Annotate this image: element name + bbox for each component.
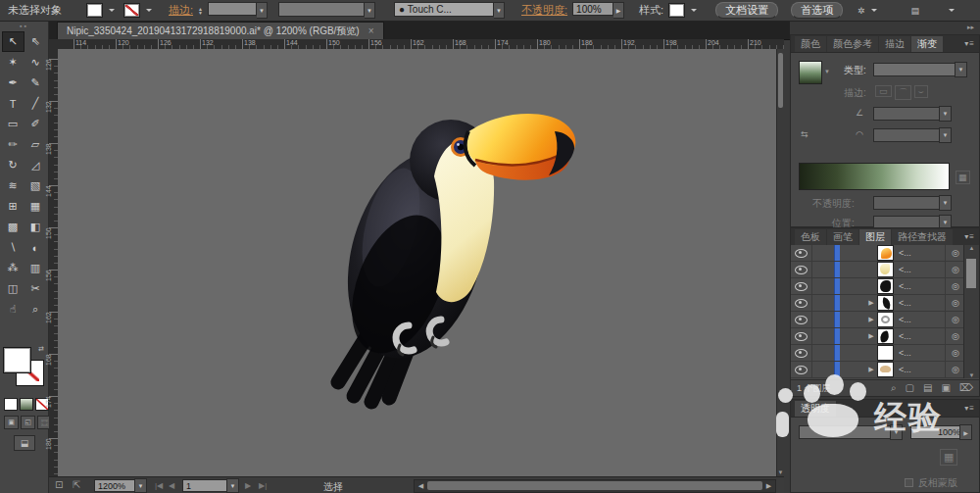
blend-mode-select[interactable] bbox=[799, 425, 891, 439]
chevron-right-icon[interactable]: ▶ bbox=[959, 424, 972, 440]
stroke-weight-stepper[interactable]: ▲▼ bbox=[198, 7, 203, 15]
chevron-down-icon[interactable] bbox=[949, 9, 955, 15]
chevron-down-icon[interactable]: ▼ bbox=[955, 62, 967, 77]
perspective-grid-tool[interactable]: ▦ bbox=[24, 196, 47, 217]
panel-menu-icon[interactable]: ▾≡ bbox=[964, 39, 975, 48]
visibility-toggle[interactable] bbox=[791, 278, 812, 294]
chevron-down-icon[interactable]: ▼ bbox=[365, 2, 375, 19]
layer-row[interactable]: <...◎ bbox=[791, 345, 965, 362]
layer-target-icon[interactable]: ◎ bbox=[945, 345, 965, 361]
color-mode-button[interactable] bbox=[4, 398, 18, 411]
panel-menu-icon[interactable]: ▤ bbox=[910, 6, 919, 16]
eraser-tool[interactable]: ▱ bbox=[24, 134, 47, 155]
transparency-opacity-field[interactable]: 100% bbox=[910, 425, 963, 439]
preferences-button[interactable]: 首选项 bbox=[791, 2, 843, 19]
visibility-toggle[interactable] bbox=[791, 312, 812, 327]
expand-toggle[interactable]: ▶ bbox=[865, 299, 877, 307]
type-tool[interactable]: T bbox=[2, 93, 24, 114]
chevron-down-icon[interactable]: ▼ bbox=[890, 424, 903, 440]
visibility-toggle[interactable] bbox=[791, 262, 812, 277]
hand-tool[interactable]: ☝ bbox=[2, 299, 24, 320]
layer-row[interactable]: ▶<...◎ bbox=[791, 328, 965, 345]
layers-scrollbar-thumb[interactable] bbox=[966, 259, 976, 288]
layers-group-tab-2[interactable]: 图层 bbox=[859, 229, 891, 245]
next-artboard-icon[interactable]: ▶ bbox=[245, 481, 251, 490]
visibility-toggle[interactable] bbox=[791, 345, 812, 361]
slice-tool[interactable]: ✂ bbox=[24, 278, 47, 299]
layer-target-icon[interactable]: ◎ bbox=[945, 362, 965, 377]
scroll-down-icon[interactable]: ▼ bbox=[777, 469, 784, 475]
chevron-down-icon[interactable]: ▼ bbox=[824, 69, 830, 74]
brush-definition-select[interactable]: ● Touch C... bbox=[394, 2, 494, 17]
gradient-group-tab-3[interactable]: 渐变 bbox=[911, 36, 943, 52]
pen-tool[interactable]: ✒ bbox=[2, 73, 24, 93]
workspace-icon[interactable]: ✲ bbox=[858, 6, 865, 16]
clip-mask-icon[interactable]: ▢ bbox=[906, 382, 914, 394]
eyedropper-tool[interactable]: ∖ bbox=[2, 237, 24, 258]
chevron-down-icon[interactable] bbox=[109, 9, 115, 15]
visibility-toggle[interactable] bbox=[791, 328, 812, 344]
layer-target-icon[interactable]: ◎ bbox=[945, 278, 965, 294]
zoom-select-arrow[interactable]: ▼ bbox=[134, 478, 147, 493]
artboard-field[interactable]: 1 bbox=[182, 479, 229, 492]
first-artboard-icon[interactable]: |◀ bbox=[155, 481, 163, 490]
layer-row[interactable]: <...◎ bbox=[791, 278, 965, 295]
stroke-link[interactable]: 描边: bbox=[169, 3, 193, 18]
shape-builder-tool[interactable]: ⊞ bbox=[2, 196, 24, 217]
gradient-tool[interactable]: ◧ bbox=[24, 217, 47, 237]
blend-tool[interactable]: ◐ bbox=[24, 237, 47, 258]
hand-shortcut-icon[interactable]: ⇱ bbox=[73, 479, 80, 490]
layer-row[interactable]: ▶<...◎ bbox=[791, 362, 965, 378]
gradient-opacity-field[interactable] bbox=[873, 196, 940, 210]
rectangle-tool[interactable]: ▭ bbox=[2, 114, 24, 134]
prev-artboard-icon[interactable]: ◀ bbox=[169, 481, 174, 490]
chevron-down-icon[interactable]: ▼ bbox=[939, 195, 952, 211]
visibility-toggle[interactable] bbox=[791, 362, 812, 377]
chevron-down-icon[interactable]: ▼ bbox=[939, 106, 952, 122]
scroll-right-icon[interactable]: ▶ bbox=[763, 481, 774, 490]
layers-group-tab-3[interactable]: 路径查找器 bbox=[892, 229, 953, 245]
fill-color-swatch[interactable] bbox=[86, 3, 103, 18]
draw-normal-button[interactable]: ▣ bbox=[4, 416, 19, 429]
layer-target-icon[interactable]: ◎ bbox=[945, 328, 965, 344]
fill-indicator-swatch[interactable] bbox=[3, 347, 31, 373]
opacity-link[interactable]: 不透明度: bbox=[521, 3, 567, 18]
vertical-scrollbar-thumb[interactable] bbox=[778, 53, 783, 108]
scale-tool[interactable]: ◿ bbox=[24, 155, 47, 175]
line-segment-tool[interactable]: ╱ bbox=[24, 93, 47, 114]
delete-layer-icon[interactable]: ⌦ bbox=[959, 382, 973, 394]
paintbrush-tool[interactable]: ✐ bbox=[24, 114, 47, 134]
scroll-left-icon[interactable]: ◀ bbox=[416, 481, 426, 490]
chevron-down-icon[interactable]: ▼ bbox=[494, 2, 505, 19]
layer-target-icon[interactable]: ◎ bbox=[945, 312, 965, 327]
scroll-up-icon[interactable]: ▲ bbox=[964, 245, 979, 251]
chevron-down-icon[interactable]: ▼ bbox=[257, 2, 268, 19]
gradient-group-tab-1[interactable]: 颜色参考 bbox=[827, 36, 878, 52]
draw-behind-button[interactable]: ◱ bbox=[21, 416, 35, 429]
visibility-toggle[interactable] bbox=[791, 245, 812, 261]
gradient-mode-button[interactable] bbox=[20, 398, 33, 411]
layer-row[interactable]: ▶<...◎ bbox=[791, 312, 965, 328]
gradient-type-select[interactable] bbox=[873, 63, 956, 76]
artboard-view[interactable] bbox=[58, 49, 777, 476]
panel-menu-icon[interactable]: ▾≡ bbox=[964, 232, 975, 241]
swap-fill-stroke-icon[interactable]: ⇄ bbox=[38, 345, 44, 353]
direct-selection-tool[interactable]: ⇖ bbox=[24, 31, 47, 52]
pencil-tool[interactable]: ✏ bbox=[2, 134, 24, 155]
lasso-tool[interactable]: ∿ bbox=[24, 52, 47, 73]
expand-toggle[interactable]: ▶ bbox=[865, 332, 877, 340]
close-icon[interactable]: × bbox=[368, 25, 374, 36]
tab-transparency[interactable]: 透明度 bbox=[795, 401, 836, 417]
stroke-color-swatch[interactable] bbox=[123, 3, 140, 18]
stroke-weight-field[interactable] bbox=[208, 2, 257, 16]
chevron-down-icon[interactable] bbox=[691, 9, 697, 15]
horizontal-scrollbar-thumb[interactable] bbox=[427, 481, 762, 490]
horizontal-scrollbar[interactable]: ◀ ▶ bbox=[414, 479, 776, 493]
document-tab[interactable]: Nipic_3350424_20190413172918819000.ai* @… bbox=[57, 22, 384, 39]
free-transform-tool[interactable]: ▧ bbox=[24, 175, 47, 196]
mesh-tool[interactable]: ▩ bbox=[2, 217, 24, 237]
visibility-toggle[interactable] bbox=[791, 295, 812, 311]
scroll-down-icon[interactable]: ▼ bbox=[964, 372, 979, 378]
aspect-ratio-field[interactable] bbox=[873, 128, 940, 142]
curvature-tool[interactable]: ✎ bbox=[24, 73, 47, 93]
